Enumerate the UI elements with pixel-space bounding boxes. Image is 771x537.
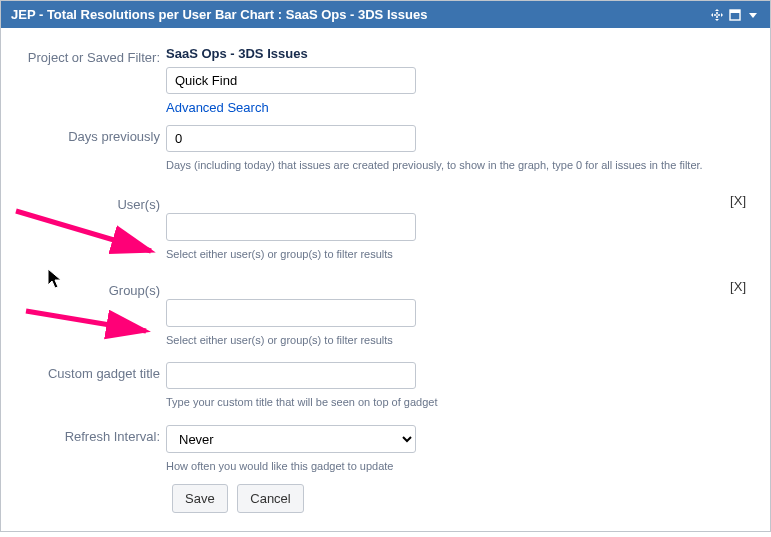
row-users: User(s) [X] Select either user(s) or gro… bbox=[11, 193, 760, 262]
help-groups: Select either user(s) or group(s) to fil… bbox=[166, 333, 760, 348]
buttons-row: Save Cancel bbox=[172, 484, 760, 513]
help-days: Days (including today) that issues are c… bbox=[166, 158, 760, 173]
help-custom-title: Type your custom title that will be seen… bbox=[166, 395, 760, 410]
label-users: User(s) bbox=[11, 193, 166, 212]
days-input[interactable] bbox=[166, 125, 416, 152]
label-filter: Project or Saved Filter: bbox=[11, 46, 166, 65]
menu-icon[interactable] bbox=[746, 9, 760, 21]
row-refresh: Refresh Interval: Never How often you wo… bbox=[11, 425, 760, 474]
row-filter: Project or Saved Filter: SaaS Ops - 3DS … bbox=[11, 46, 760, 115]
move-icon[interactable] bbox=[710, 9, 724, 21]
gadget-title: JEP - Total Resolutions per User Bar Cha… bbox=[11, 7, 427, 22]
header-icons bbox=[710, 9, 760, 21]
users-clear-button[interactable]: [X] bbox=[730, 193, 746, 208]
label-days: Days previously bbox=[11, 125, 166, 144]
gadget-header: JEP - Total Resolutions per User Bar Cha… bbox=[1, 1, 770, 28]
groups-input[interactable] bbox=[166, 299, 416, 327]
refresh-select[interactable]: Never bbox=[166, 425, 416, 453]
row-custom-title: Custom gadget title Type your custom tit… bbox=[11, 362, 760, 410]
advanced-search-link[interactable]: Advanced Search bbox=[166, 100, 269, 115]
label-custom-title: Custom gadget title bbox=[11, 362, 166, 381]
custom-title-input[interactable] bbox=[166, 362, 416, 389]
gadget-container: JEP - Total Resolutions per User Bar Cha… bbox=[0, 0, 771, 532]
svg-rect-1 bbox=[730, 10, 740, 13]
quick-find-input[interactable] bbox=[166, 67, 416, 94]
groups-clear-button[interactable]: [X] bbox=[730, 279, 746, 294]
row-groups: Group(s) [X] Select either user(s) or gr… bbox=[11, 279, 760, 348]
cancel-button[interactable]: Cancel bbox=[237, 484, 303, 513]
gadget-body: Project or Saved Filter: SaaS Ops - 3DS … bbox=[1, 28, 770, 531]
label-groups: Group(s) bbox=[11, 279, 166, 298]
maximize-icon[interactable] bbox=[728, 9, 742, 21]
help-refresh: How often you would like this gadget to … bbox=[166, 459, 760, 474]
label-refresh: Refresh Interval: bbox=[11, 425, 166, 444]
row-days: Days previously Days (including today) t… bbox=[11, 125, 760, 173]
help-users: Select either user(s) or group(s) to fil… bbox=[166, 247, 760, 262]
save-button[interactable]: Save bbox=[172, 484, 228, 513]
users-input[interactable] bbox=[166, 213, 416, 241]
filter-current-value: SaaS Ops - 3DS Issues bbox=[166, 46, 760, 61]
